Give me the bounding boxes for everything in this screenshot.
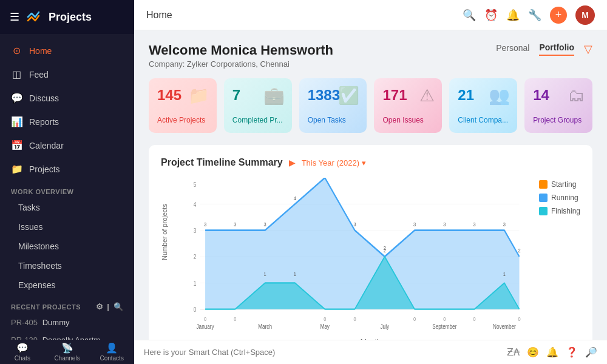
completed-label: Completed Pr... (232, 116, 283, 124)
channels-button[interactable]: 📡 Channels (45, 342, 90, 362)
svg-text:1: 1 (294, 271, 296, 277)
nav-discuss[interactable]: 💬 Discuss (0, 86, 134, 110)
calendar-icon: 📅 (11, 140, 22, 151)
recent-project-2[interactable]: PR-139 Donnelly Apartm... (0, 331, 134, 340)
svg-text:0: 0 (324, 315, 326, 322)
chat-zoom-icon[interactable]: 🔎 (585, 346, 597, 358)
legend-finishing-label: Finishing (551, 207, 580, 215)
sidebar: ☰ Projects ⊙ Home ◫ Feed 💬 Discuss 📊 (0, 0, 134, 364)
toggle-portfolio[interactable]: Portfolio (539, 42, 574, 56)
feed-icon: ◫ (11, 69, 22, 80)
issues-label: Open Issues (382, 116, 433, 124)
svg-marker-11 (205, 178, 519, 309)
svg-text:2: 2 (518, 247, 520, 254)
active-projects-icon: 📁 (188, 86, 209, 106)
svg-text:May: May (320, 323, 330, 330)
reports-icon: 📊 (11, 116, 22, 127)
nav-home-label: Home (29, 46, 52, 56)
period-dropdown-icon: ▾ (362, 158, 366, 167)
svg-text:3: 3 (413, 221, 416, 228)
nav-items: ⊙ Home ◫ Feed 💬 Discuss 📊 Reports 📅 Cale… (0, 34, 134, 340)
chat-alert-icon[interactable]: 🔔 (546, 346, 558, 358)
nav-reports[interactable]: 📊 Reports (0, 110, 134, 133)
chart-legend: Starting Running Finishing (539, 178, 580, 335)
recent-project-1[interactable]: PR-405 Dummy (0, 314, 134, 331)
svg-text:November: November (493, 323, 517, 330)
client-label: Client Compa... (458, 116, 509, 124)
svg-text:0: 0 (353, 315, 356, 322)
svg-text:1: 1 (503, 271, 506, 277)
svg-text:3: 3 (204, 221, 206, 228)
view-toggle: Personal Portfolio ▽ (496, 42, 592, 56)
chat-help-icon[interactable]: ❓ (566, 346, 578, 358)
stat-active-projects[interactable]: 📁 145 Active Projects (149, 78, 217, 133)
stat-client-companies[interactable]: 👥 21 Client Compa... (449, 78, 517, 133)
stat-open-tasks[interactable]: ✅ 1383 Open Tasks (299, 78, 367, 133)
header-icons: 🔍 ⏰ 🔔 🔧 + M (463, 5, 595, 25)
nav-calendar-label: Calendar (29, 141, 64, 150)
completed-icon: 💼 (263, 86, 285, 106)
chat-emoji-icon[interactable]: 😊 (527, 346, 539, 358)
sub-timesheets[interactable]: Timesheets (0, 256, 134, 275)
nav-calendar[interactable]: 📅 Calendar (0, 133, 134, 157)
svg-text:0: 0 (473, 315, 476, 322)
chart-period[interactable]: This Year (2022) ▾ (302, 158, 366, 167)
sub-expenses[interactable]: Expenses (0, 275, 134, 295)
work-overview-section: WORK OVERVIEW (0, 181, 134, 198)
toggle-personal[interactable]: Personal (496, 43, 529, 55)
chat-format-icon[interactable]: Ƶ₳ (507, 346, 520, 358)
recent-search-icon[interactable]: 🔍 (114, 302, 124, 311)
nav-projects[interactable]: 📁 Projects (0, 157, 134, 181)
channels-icon: 📡 (61, 342, 73, 354)
sub-tasks[interactable]: Tasks (0, 198, 134, 217)
nav-feed[interactable]: ◫ Feed (0, 62, 134, 86)
svg-text:3: 3 (234, 221, 236, 228)
svg-text:4: 4 (294, 195, 296, 201)
chat-bar: Ƶ₳ 😊 🔔 ❓ 🔎 (134, 340, 607, 364)
search-icon[interactable]: 🔍 (463, 8, 476, 22)
legend-running-label: Running (551, 194, 578, 202)
stats-row: 📁 145 Active Projects 💼 7 Completed Pr..… (149, 78, 592, 133)
legend-starting-label: Starting (551, 180, 576, 189)
legend-starting-dot (539, 180, 548, 189)
sidebar-header: ☰ Projects (0, 0, 134, 34)
svg-text:1: 1 (264, 271, 266, 277)
stat-completed[interactable]: 💼 7 Completed Pr... (224, 78, 292, 133)
svg-text:July: July (380, 323, 389, 330)
svg-text:0: 0 (443, 315, 446, 322)
svg-text:2: 2 (384, 244, 386, 251)
tools-icon[interactable]: 🔧 (528, 8, 541, 22)
main-content: Home 🔍 ⏰ 🔔 🔧 + M Welcome Monica Hemswort… (134, 0, 607, 364)
chart-container: Number of projects 0 1 (161, 178, 580, 335)
svg-text:0: 0 (204, 315, 206, 322)
chart-area: 0 1 2 3 4 5 (180, 178, 529, 335)
svg-text:1: 1 (194, 280, 197, 287)
avatar[interactable]: M (575, 5, 595, 25)
chart-svg: 0 1 2 3 4 5 (180, 178, 529, 335)
client-icon: 👥 (489, 86, 510, 106)
timer-icon[interactable]: ⏰ (484, 8, 498, 22)
svg-text:3: 3 (443, 221, 446, 228)
stat-project-groups[interactable]: 🗂 14 Project Groups (524, 78, 592, 133)
page-title: Home (146, 10, 453, 21)
welcome-company: Company: Zylker Corporations, Chennai (149, 59, 333, 69)
chats-button[interactable]: 💬 Chats (0, 342, 45, 362)
add-button[interactable]: + (550, 7, 567, 24)
projects-icon: 📁 (11, 163, 22, 175)
chat-input[interactable] (144, 348, 500, 357)
nav-home[interactable]: ⊙ Home (0, 39, 134, 62)
discuss-icon: 💬 (11, 92, 22, 104)
stat-open-issues[interactable]: ⚠ 171 Open Issues (374, 78, 442, 133)
recent-separator: | (107, 302, 109, 311)
notification-icon[interactable]: 🔔 (506, 8, 520, 22)
chats-icon: 💬 (16, 342, 29, 354)
recent-settings-icon[interactable]: ⚙ (96, 302, 104, 311)
svg-text:4: 4 (194, 201, 197, 208)
content-area: Welcome Monica Hemsworth Company: Zylker… (134, 30, 607, 340)
filter-icon[interactable]: ▽ (584, 42, 592, 56)
hamburger-icon[interactable]: ☰ (10, 10, 19, 24)
sub-milestones[interactable]: Milestones (0, 237, 134, 256)
sub-issues[interactable]: Issues (0, 217, 134, 237)
active-projects-label: Active Projects (157, 116, 208, 124)
contacts-button[interactable]: 👤 Contacts (89, 342, 134, 362)
